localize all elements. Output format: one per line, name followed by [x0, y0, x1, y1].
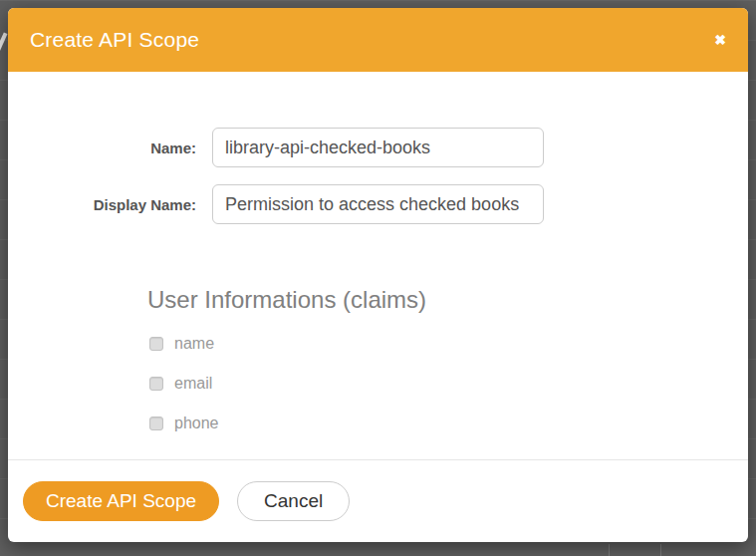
claim-label-phone: phone [174, 415, 219, 432]
backdrop-artifact [660, 544, 661, 556]
claim-row-phone: phone [149, 415, 748, 432]
create-api-scope-button[interactable]: Create API Scope [23, 481, 219, 521]
dialog-title: Create API Scope [30, 28, 199, 52]
claim-row-email: email [149, 375, 748, 393]
backdrop-artifact [609, 544, 610, 556]
dialog-footer: Create API Scope Cancel [8, 459, 748, 542]
display-name-input[interactable] [212, 184, 544, 224]
dialog-header: Create API Scope ✖ [8, 8, 748, 72]
claim-label-name: name [174, 335, 214, 353]
name-field-row: Name: [8, 128, 748, 167]
claim-checkbox-name[interactable] [149, 337, 163, 351]
claim-row-name: name [149, 335, 748, 353]
close-icon[interactable]: ✖ [714, 33, 726, 47]
cancel-button[interactable]: Cancel [237, 481, 350, 521]
display-name-field-label: Display Name: [8, 196, 212, 213]
claims-section-heading: User Informations (claims) [147, 286, 748, 314]
name-field-label: Name: [8, 139, 212, 156]
claim-checkbox-email[interactable] [149, 377, 163, 391]
dialog-body: Name: Display Name: User Informations (c… [8, 72, 748, 459]
create-api-scope-dialog: Create API Scope ✖ Name: Display Name: U… [8, 8, 748, 542]
backdrop-artifact [0, 32, 8, 59]
claim-checkbox-phone[interactable] [149, 417, 163, 430]
display-name-field-row: Display Name: [8, 184, 748, 224]
name-input[interactable] [212, 128, 544, 167]
claims-list: name email phone [149, 335, 748, 432]
claim-label-email: email [174, 375, 212, 393]
